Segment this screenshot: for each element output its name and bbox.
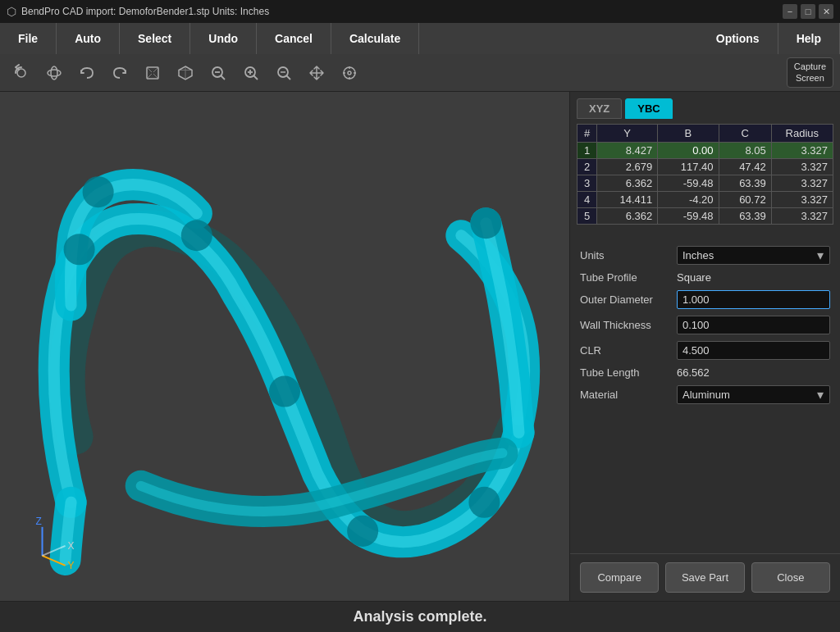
- app-icon: ⬡: [7, 5, 16, 18]
- svg-text:Z: Z: [36, 516, 42, 527]
- tab-xyz[interactable]: XYZ: [577, 98, 622, 119]
- clr-input[interactable]: [677, 341, 830, 360]
- cell-y: 2.679: [597, 159, 658, 175]
- tube-profile-row: Tube Profile Square: [580, 271, 830, 284]
- zoom-fit-button[interactable]: [269, 58, 299, 88]
- minimize-button[interactable]: −: [783, 4, 797, 19]
- svg-point-14: [348, 71, 351, 75]
- tube-viewport-svg: Z Y X: [0, 92, 569, 601]
- cell-radius: 3.327: [771, 192, 833, 208]
- svg-point-23: [347, 516, 378, 547]
- svg-point-25: [83, 176, 114, 207]
- cell-b: -59.48: [658, 175, 719, 192]
- svg-point-13: [344, 67, 355, 79]
- table-row[interactable]: 22.679117.4047.423.327: [578, 159, 833, 175]
- zoom-in-button[interactable]: [236, 58, 266, 88]
- table-row[interactable]: 414.411-4.2060.723.327: [578, 192, 833, 208]
- svg-point-21: [181, 220, 212, 251]
- cell-radius: 3.327: [771, 175, 833, 192]
- menu-options[interactable]: Options: [698, 23, 778, 54]
- zoom-out-button[interactable]: [203, 58, 233, 88]
- col-header-radius: Radius: [771, 125, 833, 143]
- cell-row-num: 3: [578, 175, 597, 192]
- cell-row-num: 4: [578, 192, 597, 208]
- window-controls: − □ ✕: [783, 4, 833, 19]
- outer-diameter-input[interactable]: [677, 290, 830, 309]
- menu-calculate[interactable]: Calculate: [331, 23, 419, 54]
- svg-line-10: [254, 75, 258, 80]
- cell-c: 60.72: [719, 192, 771, 208]
- units-label: Units: [580, 249, 670, 261]
- close-button[interactable]: Close: [751, 562, 830, 593]
- title-bar-left: ⬡ BendPro CAD import: DemoforBender1.stp…: [7, 5, 269, 18]
- menu-cancel[interactable]: Cancel: [257, 23, 331, 54]
- tube-length-row: Tube Length 66.562: [580, 366, 830, 379]
- undo-tool-button[interactable]: [72, 58, 102, 88]
- tube-length-value: 66.562: [677, 366, 710, 379]
- material-select[interactable]: Aluminum Steel Stainless Steel Copper: [677, 385, 830, 404]
- units-select[interactable]: Inches Millimeters: [677, 246, 830, 265]
- svg-point-26: [470, 207, 501, 239]
- view-iso-button[interactable]: [171, 58, 200, 88]
- compare-button[interactable]: Compare: [580, 562, 659, 593]
- data-table-container: # Y B C Radius 18.4270.008.053.32722.679…: [570, 119, 840, 230]
- outer-diameter-row: Outer Diameter: [580, 290, 830, 309]
- pan-button[interactable]: [302, 58, 331, 88]
- svg-text:X: X: [68, 540, 75, 552]
- tube-length-label: Tube Length: [580, 366, 670, 379]
- tab-ybc[interactable]: YBC: [625, 98, 672, 119]
- action-buttons: Compare Save Part Close: [570, 553, 840, 601]
- menu-select[interactable]: Select: [120, 23, 190, 54]
- save-part-button[interactable]: Save Part: [665, 562, 744, 593]
- cell-row-num: 2: [578, 159, 597, 175]
- table-row[interactable]: 36.362-59.4863.393.327: [578, 175, 833, 192]
- table-row[interactable]: 18.4270.008.053.327: [578, 143, 833, 159]
- target-button[interactable]: [335, 58, 364, 88]
- menu-help[interactable]: Help: [778, 23, 840, 54]
- wall-thickness-input[interactable]: [677, 316, 830, 334]
- cell-y: 14.411: [597, 192, 658, 208]
- cell-b: -4.20: [658, 192, 719, 208]
- svg-text:Y: Y: [68, 560, 75, 571]
- viewport[interactable]: Z Y X: [0, 92, 569, 601]
- col-header-c: C: [719, 125, 771, 143]
- cell-y: 8.427: [597, 143, 658, 159]
- close-window-button[interactable]: ✕: [819, 4, 833, 19]
- menu-bar: File Auto Select Undo Cancel Calculate O…: [0, 23, 840, 54]
- cell-c: 63.39: [719, 208, 771, 225]
- menu-file[interactable]: File: [0, 23, 57, 54]
- status-bar: Analysis complete.: [0, 601, 840, 632]
- rotate-left-button[interactable]: [7, 58, 36, 88]
- cell-radius: 3.327: [771, 208, 833, 225]
- material-select-wrapper: Aluminum Steel Stainless Steel Copper: [677, 385, 830, 404]
- view-front-button[interactable]: [138, 58, 167, 88]
- window-title: BendPro CAD import: DemoforBender1.stp U…: [21, 6, 269, 17]
- cell-c: 47.42: [719, 159, 771, 175]
- outer-diameter-label: Outer Diameter: [580, 293, 670, 306]
- cell-radius: 3.327: [771, 143, 833, 159]
- tube-profile-value: Square: [677, 271, 711, 284]
- cell-b: 117.40: [658, 159, 719, 175]
- svg-point-1: [48, 70, 61, 76]
- svg-line-12: [287, 75, 291, 80]
- capture-screen-button[interactable]: Capture Screen: [787, 57, 833, 87]
- maximize-button[interactable]: □: [801, 4, 815, 19]
- table-body: 18.4270.008.053.32722.679117.4047.423.32…: [578, 143, 833, 225]
- units-select-wrapper: Inches Millimeters: [677, 246, 830, 265]
- cell-b: 0.00: [658, 143, 719, 159]
- col-header-num: #: [578, 125, 597, 143]
- menu-auto[interactable]: Auto: [57, 23, 120, 54]
- svg-point-0: [17, 69, 25, 77]
- col-header-b: B: [658, 125, 719, 143]
- title-bar: ⬡ BendPro CAD import: DemoforBender1.stp…: [0, 0, 840, 23]
- units-row: Units Inches Millimeters: [580, 246, 830, 265]
- cell-y: 6.362: [597, 175, 658, 192]
- properties-panel: Units Inches Millimeters Tube Profile Sq…: [570, 236, 840, 553]
- table-row[interactable]: 56.362-59.4863.393.327: [578, 208, 833, 225]
- redo-tool-button[interactable]: [105, 58, 135, 88]
- orbit-button[interactable]: [39, 58, 69, 88]
- tube-profile-label: Tube Profile: [580, 271, 670, 284]
- menu-undo[interactable]: Undo: [190, 23, 257, 54]
- cell-row-num: 5: [578, 208, 597, 225]
- cell-c: 63.39: [719, 175, 771, 192]
